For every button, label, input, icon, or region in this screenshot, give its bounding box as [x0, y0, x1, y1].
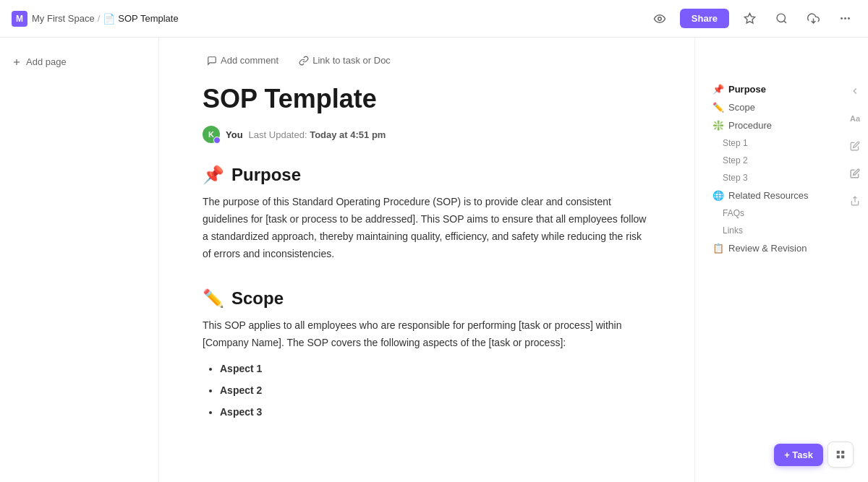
content-area: Add comment Link to task or Doc SOP Temp… [159, 38, 694, 482]
svg-point-6 [844, 17, 846, 20]
add-task-button[interactable]: + Task [774, 444, 823, 466]
search-icon-button[interactable] [770, 7, 793, 30]
right-toc: 📌 Purpose ✏️ Scope ❇️ Procedure Step 1 S… [694, 38, 839, 482]
purpose-heading: 📌 Purpose [203, 165, 651, 185]
toc-item-step2[interactable]: Step 2 [707, 152, 839, 168]
toc-item-purpose[interactable]: 📌 Purpose [707, 81, 839, 98]
right-actions: Aa [839, 38, 868, 482]
svg-rect-14 [841, 455, 844, 458]
purpose-emoji: 📌 [203, 165, 224, 185]
share-button[interactable]: Share [680, 9, 729, 28]
list-item: Aspect 2 [220, 382, 651, 400]
related-toc-icon: 🌐 [712, 190, 724, 201]
toc-item-scope[interactable]: ✏️ Scope [707, 99, 839, 116]
svg-point-5 [841, 17, 843, 20]
breadcrumb: My First Space / 📄 SOP Template [32, 13, 179, 25]
svg-point-0 [658, 17, 662, 20]
eye-icon-button[interactable] [648, 7, 671, 30]
scope-toc-icon: ✏️ [712, 102, 724, 113]
toc-item-related[interactable]: 🌐 Related Resources [707, 187, 839, 204]
purpose-toc-icon: 📌 [712, 84, 724, 95]
workspace-icon: M [12, 11, 27, 27]
doc-title: SOP Template [118, 13, 178, 24]
workspace-name: My First Space [32, 13, 95, 24]
scope-body: This SOP applies to all employees who ar… [203, 317, 651, 421]
toc-item-step3[interactable]: Step 3 [707, 170, 839, 186]
collapse-icon-button[interactable] [845, 81, 865, 101]
link-to-task-button[interactable]: Link to task or Doc [294, 52, 395, 69]
svg-rect-12 [841, 451, 844, 454]
review-toc-icon: 📋 [712, 243, 724, 254]
topbar: M My First Space / 📄 SOP Template Share [0, 0, 868, 38]
topbar-left: M My First Space / 📄 SOP Template [12, 11, 179, 27]
svg-rect-11 [837, 451, 840, 454]
svg-marker-1 [744, 13, 754, 22]
author-row: K You Last Updated: Today at 4:51 pm [203, 126, 651, 143]
left-sidebar: Add page [0, 38, 159, 482]
toc-item-links[interactable]: Links [707, 223, 839, 238]
topbar-right: Share [648, 7, 856, 30]
add-comment-button[interactable]: Add comment [203, 52, 283, 69]
share-icon-button[interactable] [845, 191, 865, 211]
scope-section: ✏️ Scope This SOP applies to all employe… [203, 288, 651, 421]
page-title: SOP Template [203, 83, 651, 114]
toc-item-faqs[interactable]: FAQs [707, 205, 839, 221]
breadcrumb-separator: / [98, 13, 101, 24]
list-item: Aspect 3 [220, 404, 651, 421]
list-item: Aspect 1 [220, 361, 651, 378]
svg-rect-13 [837, 455, 840, 458]
svg-point-2 [777, 14, 785, 22]
author-name: You [226, 129, 243, 140]
grid-view-button[interactable] [827, 442, 854, 468]
purpose-body: The purpose of this Standard Operating P… [203, 194, 651, 262]
doc-icon: 📄 [103, 13, 115, 25]
download-icon-button[interactable] [801, 7, 825, 30]
font-size-icon-button[interactable]: Aa [845, 108, 865, 129]
task-btn-area: + Task [774, 442, 854, 468]
toc-item-procedure[interactable]: ❇️ Procedure [707, 117, 839, 134]
bold-edit-icon-button[interactable] [845, 163, 865, 184]
toc-item-step1[interactable]: Step 1 [707, 135, 839, 151]
purpose-section: 📌 Purpose The purpose of this Standard O… [203, 165, 651, 262]
scope-list: Aspect 1 Aspect 2 Aspect 3 [220, 361, 651, 421]
toc-item-review[interactable]: 📋 Review & Revision [707, 240, 839, 257]
procedure-toc-icon: ❇️ [712, 120, 724, 131]
scope-heading: ✏️ Scope [203, 288, 651, 309]
toolbar-row: Add comment Link to task or Doc [203, 52, 651, 69]
last-updated-label: Last Updated: Today at 4:51 pm [249, 129, 386, 140]
avatar: K [203, 126, 220, 143]
star-icon-button[interactable] [738, 7, 761, 30]
more-options-button[interactable] [833, 7, 856, 30]
svg-point-7 [848, 17, 850, 20]
scope-emoji: ✏️ [203, 288, 224, 309]
svg-line-3 [783, 21, 786, 23]
add-page-button[interactable]: Add page [0, 52, 158, 72]
edit-icon-button[interactable] [845, 136, 865, 156]
main-layout: Add page Add comment Link to task or Doc… [0, 38, 868, 482]
avatar-badge [213, 137, 221, 144]
